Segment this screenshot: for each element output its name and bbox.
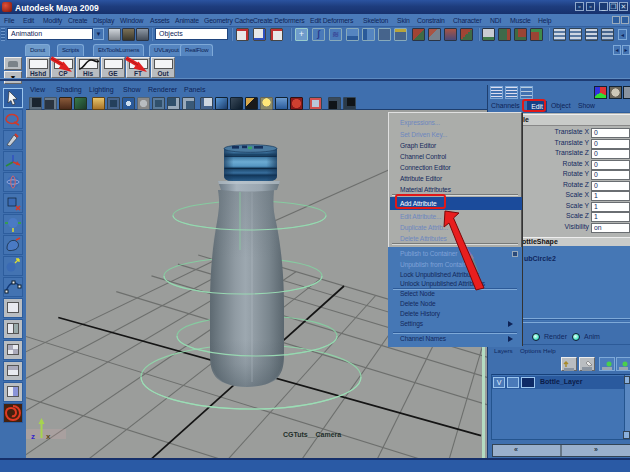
svg-text:z: z [31, 432, 35, 441]
svg-text:x: x [46, 432, 51, 441]
